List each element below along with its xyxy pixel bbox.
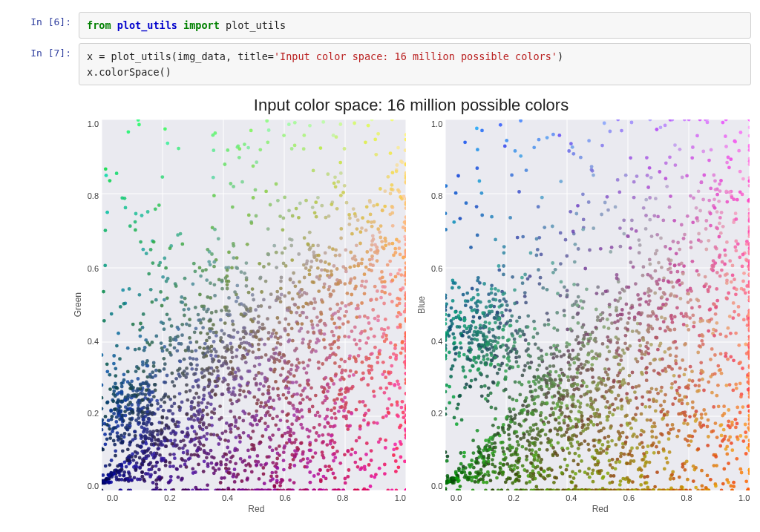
svg-point-3156 <box>698 208 702 212</box>
svg-point-4156 <box>525 396 528 400</box>
svg-point-1474 <box>115 386 119 390</box>
svg-point-55 <box>121 288 125 292</box>
svg-point-3149 <box>454 470 458 473</box>
code-input[interactable]: from plot_utils import plot_utils <box>79 12 751 39</box>
svg-point-5164 <box>591 330 594 334</box>
svg-point-4384 <box>614 205 618 208</box>
svg-point-140 <box>356 227 359 231</box>
svg-point-2383 <box>352 373 356 377</box>
svg-point-1400 <box>389 151 393 155</box>
svg-point-586 <box>266 317 269 321</box>
svg-point-4742 <box>480 349 484 353</box>
svg-point-2069 <box>390 488 394 490</box>
svg-point-1322 <box>353 276 357 280</box>
svg-point-2628 <box>742 318 746 321</box>
svg-point-294 <box>353 121 356 125</box>
svg-point-1796 <box>366 383 370 387</box>
svg-point-4407 <box>719 444 723 447</box>
svg-point-4042 <box>642 452 646 456</box>
svg-point-2132 <box>187 307 191 311</box>
svg-point-74 <box>306 457 309 461</box>
svg-point-128 <box>112 439 116 442</box>
svg-point-4548 <box>629 260 633 264</box>
svg-point-2425 <box>172 453 176 456</box>
svg-point-5131 <box>718 274 722 278</box>
svg-point-4700 <box>689 246 693 249</box>
svg-point-2065 <box>141 326 145 329</box>
svg-point-4331 <box>498 268 502 272</box>
svg-point-4079 <box>748 176 750 180</box>
svg-point-1901 <box>163 327 166 331</box>
svg-point-5097 <box>463 318 467 321</box>
svg-point-3618 <box>710 186 713 190</box>
svg-point-5051 <box>586 442 590 446</box>
svg-point-2586 <box>197 312 200 316</box>
svg-point-4302 <box>621 430 625 434</box>
svg-point-4528 <box>619 479 623 483</box>
svg-point-3945 <box>480 191 484 195</box>
svg-point-3124 <box>657 371 661 375</box>
svg-point-4258 <box>594 326 598 329</box>
svg-point-1920 <box>255 401 259 405</box>
svg-point-836 <box>190 453 194 457</box>
svg-point-3422 <box>666 410 669 414</box>
svg-point-251 <box>293 121 297 125</box>
svg-point-748 <box>189 341 192 344</box>
svg-point-2879 <box>577 321 580 325</box>
svg-point-2124 <box>221 340 225 344</box>
svg-point-745 <box>227 296 231 300</box>
svg-point-3911 <box>670 473 674 476</box>
svg-point-2359 <box>209 329 212 333</box>
svg-point-3994 <box>725 160 729 164</box>
svg-point-1003 <box>184 303 188 306</box>
svg-point-1485 <box>275 346 278 349</box>
svg-point-1484 <box>288 438 292 441</box>
svg-point-722 <box>152 364 156 368</box>
svg-point-781 <box>122 302 126 306</box>
svg-point-2072 <box>289 243 293 247</box>
svg-point-2134 <box>203 434 206 438</box>
svg-point-2149 <box>283 327 286 331</box>
svg-point-3026 <box>445 390 447 393</box>
svg-point-1007 <box>102 319 106 323</box>
svg-point-2505 <box>179 231 183 235</box>
svg-point-1180 <box>373 346 377 349</box>
svg-point-4840 <box>571 303 574 307</box>
svg-point-204 <box>233 480 237 484</box>
svg-point-1795 <box>282 134 286 137</box>
svg-point-2831 <box>721 225 725 229</box>
svg-point-50 <box>104 442 108 446</box>
svg-point-2077 <box>381 416 385 419</box>
svg-point-2479 <box>311 243 315 247</box>
svg-point-929 <box>241 418 245 422</box>
svg-point-3650 <box>548 413 552 417</box>
svg-point-4477 <box>641 458 644 462</box>
svg-point-5101 <box>738 170 742 174</box>
svg-point-1951 <box>137 422 140 426</box>
svg-point-1394 <box>390 205 394 208</box>
svg-point-3226 <box>708 285 712 289</box>
svg-point-5153 <box>599 312 603 316</box>
svg-point-3022 <box>560 280 563 283</box>
svg-point-4027 <box>540 358 544 361</box>
svg-point-1643 <box>334 282 338 286</box>
svg-point-1559 <box>260 304 263 308</box>
svg-point-1653 <box>205 426 209 430</box>
svg-point-4751 <box>657 260 661 264</box>
svg-point-4535 <box>662 218 666 222</box>
svg-point-4360 <box>472 320 476 324</box>
svg-point-2401 <box>171 418 174 422</box>
svg-point-1164 <box>345 201 349 205</box>
svg-point-2838 <box>692 313 695 317</box>
svg-point-5162 <box>634 418 638 422</box>
svg-point-33 <box>283 195 286 199</box>
svg-point-3752 <box>472 333 476 337</box>
svg-point-3129 <box>627 316 631 320</box>
svg-point-3948 <box>552 352 556 356</box>
svg-point-1615 <box>389 272 393 276</box>
code-input[interactable]: x = plot_utils(img_data, title='Input co… <box>79 43 751 85</box>
svg-point-1640 <box>295 410 299 413</box>
svg-point-1813 <box>235 355 238 358</box>
svg-point-871 <box>330 317 334 321</box>
svg-point-2085 <box>151 411 155 415</box>
